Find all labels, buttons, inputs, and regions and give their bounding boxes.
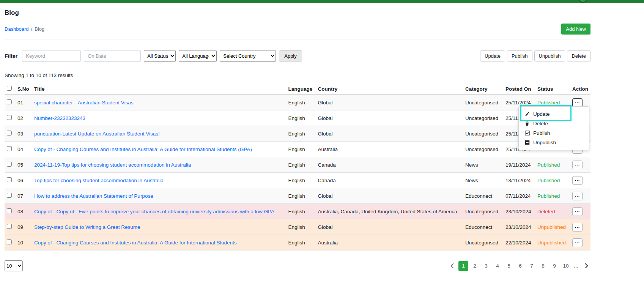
row-title-link[interactable]: Step-by-step Guide to Writing a Great Re…	[34, 224, 140, 230]
menu-item-delete[interactable]: Delete	[519, 119, 589, 128]
select-all-checkbox[interactable]	[7, 86, 12, 91]
keyword-input[interactable]	[22, 50, 81, 62]
table-row: 09Step-by-step Guide to Writing a Great …	[5, 219, 590, 235]
cell-checkbox	[5, 235, 15, 250]
language-select[interactable]: All Language	[179, 50, 217, 62]
pagination-page-2[interactable]: 2	[470, 261, 480, 271]
cell-checkbox	[5, 95, 15, 110]
user-avatar-icon[interactable]	[579, 0, 587, 3]
row-checkbox[interactable]	[7, 193, 12, 198]
bulk-unpublish-button[interactable]: Unpublish	[534, 50, 565, 61]
status-select[interactable]: All Status	[144, 50, 176, 62]
cell-title: Number-23232323243	[32, 110, 286, 126]
add-new-button[interactable]: Add New	[561, 24, 590, 35]
row-title-link[interactable]: 2024-11-19-Top tips for choosing student…	[34, 162, 191, 168]
row-actions-button[interactable]: ...	[572, 161, 583, 169]
blog-table: S.No Title Language Country Category Pos…	[5, 83, 590, 250]
cell-checkbox	[5, 157, 15, 173]
pagination-page-7[interactable]: 7	[527, 261, 537, 271]
row-checkbox[interactable]	[7, 146, 12, 151]
row-checkbox[interactable]	[7, 162, 12, 167]
pagination-page-10[interactable]: 10	[561, 261, 571, 271]
row-title-link[interactable]: Copy of - Changing Courses and Institute…	[34, 240, 237, 246]
row-actions-button[interactable]: ...	[572, 223, 583, 232]
cell-category: Uncategorised	[463, 95, 503, 110]
cell-action: ...	[570, 173, 590, 188]
cell-category: Uncategorised	[463, 235, 503, 250]
pagination-page-8[interactable]: 8	[538, 261, 548, 271]
country-select[interactable]: Select Country	[220, 50, 276, 62]
column-header-title: Title	[32, 83, 286, 95]
menu-item-update[interactable]: Update	[519, 109, 589, 119]
pagination-prev-button[interactable]	[448, 261, 457, 271]
row-title-link[interactable]: punctuation-Latest Update on Australian …	[34, 131, 160, 137]
cell-language: English	[286, 173, 315, 188]
cell-sno: 09	[15, 219, 32, 235]
pagination-next-button[interactable]	[581, 261, 590, 271]
cell-posted-on: 07/11/2024	[503, 188, 535, 204]
cell-action: ...	[570, 204, 590, 219]
row-title-link[interactable]: special character --Australian Student V…	[34, 100, 134, 106]
pagination-page-1[interactable]: 1	[458, 261, 468, 271]
row-checkbox[interactable]	[7, 177, 12, 182]
row-checkbox[interactable]	[7, 224, 12, 229]
trash-icon	[525, 121, 530, 126]
row-checkbox[interactable]	[7, 131, 12, 135]
row-checkbox[interactable]	[7, 239, 12, 244]
row-title-link[interactable]: Copy of - Copy of - Five points to impro…	[34, 209, 274, 214]
cell-category: Educonnect	[463, 219, 503, 235]
cell-sno: 01	[15, 95, 32, 110]
row-actions-button[interactable]: ...	[572, 98, 583, 107]
blog-admin-page: Blog Dashboard/Blog Add New Filter All S…	[0, 0, 644, 304]
menu-item-unpublish[interactable]: Unpublish	[519, 138, 589, 147]
menu-item-label: Delete	[533, 121, 548, 126]
filter-label: Filter	[5, 53, 17, 59]
ellipsis-icon: ...	[575, 239, 580, 244]
bulk-delete-button[interactable]: Delete	[567, 50, 590, 61]
pagination-page-3[interactable]: 3	[481, 261, 491, 271]
row-actions-button[interactable]: ...	[572, 176, 583, 185]
row-actions-button[interactable]: ...	[572, 207, 583, 216]
row-title-link[interactable]: How to address the Australian Statement …	[34, 193, 153, 199]
row-title-link[interactable]: Number-23232323243	[34, 115, 85, 121]
row-checkbox[interactable]	[7, 115, 12, 120]
cell-status: Published	[535, 157, 570, 173]
pagination-page-5[interactable]: 5	[504, 261, 514, 271]
row-actions-button[interactable]: ...	[572, 192, 583, 200]
date-input[interactable]	[84, 50, 141, 62]
cell-category: Uncategorised	[463, 126, 503, 142]
ellipsis-icon: ...	[575, 99, 580, 104]
breadcrumb-dashboard-link[interactable]: Dashboard	[5, 26, 29, 32]
row-actions-button[interactable]: ...	[572, 238, 583, 247]
pagination-page-6[interactable]: 6	[515, 261, 525, 271]
pagination: 12345678910...	[448, 261, 590, 271]
cell-category: News	[463, 173, 503, 188]
cell-country: Canada	[315, 173, 463, 188]
ellipsis-icon: ...	[575, 161, 580, 167]
top-navbar	[0, 0, 644, 3]
row-checkbox[interactable]	[7, 99, 12, 104]
pagination-page-9[interactable]: 9	[550, 261, 559, 271]
per-page-select[interactable]: 10	[5, 260, 23, 271]
bulk-action-buttons: UpdatePublishUnpublishDelete	[480, 50, 590, 61]
cell-status: Unpublished	[535, 219, 570, 235]
table-footer: 10 12345678910...	[5, 260, 590, 271]
cell-checkbox	[5, 173, 15, 188]
cell-title: Top tips for choosing student accommodat…	[32, 173, 286, 188]
cell-checkbox	[5, 204, 15, 219]
bulk-publish-button[interactable]: Publish	[507, 50, 532, 61]
status-badge: Published	[537, 100, 560, 106]
column-header-country: Country	[315, 83, 463, 95]
apply-button[interactable]: Apply	[279, 50, 302, 61]
status-badge: Published	[537, 162, 560, 168]
cell-posted-on: 23/10/2024	[503, 219, 535, 235]
row-checkbox[interactable]	[7, 208, 12, 213]
cell-language: English	[286, 142, 315, 157]
pagination-page-4[interactable]: 4	[493, 261, 502, 271]
row-title-link[interactable]: Copy of - Changing Courses and Institute…	[34, 146, 252, 152]
menu-item-label: Update	[533, 111, 550, 117]
cell-language: English	[286, 188, 315, 204]
menu-item-publish[interactable]: Publish	[519, 128, 589, 138]
row-title-link[interactable]: Top tips for choosing student accommodat…	[34, 178, 164, 183]
bulk-update-button[interactable]: Update	[480, 50, 505, 61]
